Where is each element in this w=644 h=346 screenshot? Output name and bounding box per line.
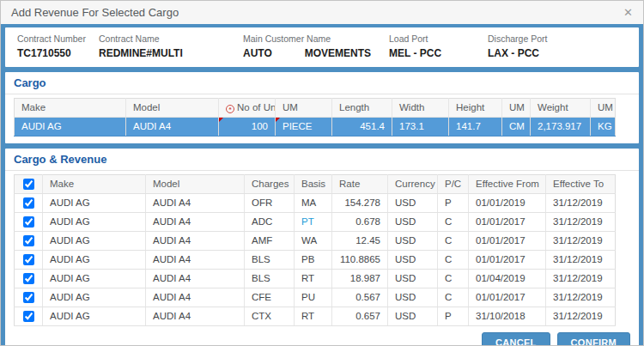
- cell-currency: USD: [388, 194, 438, 213]
- revenue-row: AUDI AGAUDI A4AMFWA12.45USDC01/01/201731…: [15, 232, 616, 251]
- cell-rate: 0.657: [332, 307, 388, 326]
- close-icon[interactable]: ✕: [623, 7, 633, 18]
- cell-um-unit: PIECE: [276, 118, 332, 137]
- col-um-dim: UM: [502, 99, 531, 118]
- row-select-cell: [15, 213, 43, 232]
- cell-rate: 12.45: [332, 232, 388, 251]
- cell-model: AUDI A4: [146, 270, 245, 288]
- cell-charges: BLS: [245, 251, 295, 270]
- confirm-button[interactable]: CONFIRM: [557, 332, 630, 345]
- cell-currency: USD: [388, 270, 438, 288]
- row-select-cell: [15, 288, 43, 307]
- col-width: Width: [392, 99, 449, 118]
- discharge-port-label: Discharge Port: [488, 33, 627, 44]
- cell-pc: C: [438, 232, 469, 251]
- dialog-titlebar: Add Revenue For Selected Cargo ✕: [1, 1, 643, 24]
- discharge-port-field: Discharge Port LAX - PCC: [488, 33, 627, 59]
- cell-um-dim: CM: [502, 118, 531, 137]
- col-weight: Weight: [531, 99, 591, 118]
- contract-name-label: Contract Name: [99, 33, 243, 44]
- row-select-cell: [15, 270, 43, 288]
- revenue-row: AUDI AGAUDI A4CTXRT0.657USDP31/10/201831…: [15, 307, 616, 326]
- row-select-checkbox[interactable]: [23, 197, 34, 209]
- cell-effective-to: 31/12/2019: [546, 213, 616, 232]
- load-port-value: MEL - PCC: [389, 47, 488, 59]
- cell-rate: 0.567: [332, 288, 388, 307]
- col-charges: Charges: [245, 175, 295, 194]
- cell-rate: 110.8865: [332, 251, 388, 270]
- revenue-section-title: Cargo & Revenue: [5, 149, 639, 171]
- cell-effective-to: 31/12/2019: [546, 270, 616, 288]
- cell-um-weight: KG: [591, 118, 616, 137]
- cell-effective-to: 31/12/2019: [546, 288, 616, 307]
- row-select-checkbox[interactable]: [23, 235, 34, 246]
- col-effective-from: Effective From: [469, 175, 546, 194]
- cell-basis: MA: [295, 194, 332, 213]
- cell-model: AUDI A4: [146, 307, 245, 326]
- cell-height: 141.7: [449, 118, 502, 137]
- cell-currency: USD: [388, 251, 438, 270]
- revenue-header-row: Make Model Charges Basis Rate Currency P…: [15, 175, 616, 194]
- row-select-checkbox[interactable]: [23, 216, 34, 228]
- load-port-label: Load Port: [389, 33, 488, 44]
- cell-effective-to: 31/12/2019: [546, 251, 616, 270]
- col-height: Height: [449, 99, 502, 118]
- cell-no-of-unit: 100: [219, 118, 276, 137]
- cell-rate: 18.987: [332, 270, 388, 288]
- main-customer-value-part1: AUTO: [243, 47, 272, 59]
- cell-effective-from: 01/01/2017: [469, 232, 546, 251]
- main-customer-value-part2: MOVEMENTS: [305, 47, 371, 59]
- cell-currency: USD: [388, 307, 438, 326]
- col-um-weight: UM: [591, 99, 616, 118]
- col-model: Model: [126, 99, 219, 118]
- row-select-checkbox[interactable]: [23, 311, 34, 322]
- revenue-row: AUDI AGAUDI A4ADCPT0.678USDC01/01/201731…: [15, 213, 616, 232]
- contract-info-panel: Contract Number TC1710550 Contract Name …: [5, 27, 639, 67]
- cell-pc: C: [438, 213, 469, 232]
- select-all-cell: [15, 175, 43, 194]
- cell-effective-from: 31/10/2018: [469, 307, 546, 326]
- revenue-table: Make Model Charges Basis Rate Currency P…: [14, 174, 616, 326]
- col-make: Make: [15, 99, 126, 118]
- cell-effective-from: 01/04/2019: [469, 270, 546, 288]
- col-rate: Rate: [332, 175, 388, 194]
- cell-charges: OFR: [245, 194, 295, 213]
- cell-charges: BLS: [245, 270, 295, 288]
- revenue-row: AUDI AGAUDI A4OFRMA154.278USDP01/01/2019…: [15, 194, 616, 213]
- footer-buttons: CANCEL CONFIRM: [14, 332, 630, 345]
- cell-make: AUDI AG: [43, 194, 146, 213]
- cancel-button[interactable]: CANCEL: [482, 332, 550, 345]
- cargo-section-title: Cargo: [5, 72, 639, 94]
- row-select-checkbox[interactable]: [23, 273, 34, 284]
- row-select-checkbox[interactable]: [23, 292, 34, 303]
- cell-basis: RT: [295, 307, 332, 326]
- cell-rate: 154.278: [332, 194, 388, 213]
- select-all-checkbox[interactable]: [23, 179, 34, 190]
- cargo-header-row: Make Model *No of Unit UM Length Width H…: [15, 99, 616, 118]
- cell-charges: ADC: [245, 213, 295, 232]
- cell-make: AUDI AG: [43, 270, 146, 288]
- cell-make: AUDI AG: [43, 288, 146, 307]
- dialog-title: Add Revenue For Selected Cargo: [11, 6, 179, 19]
- cell-effective-from: 01/01/2019: [469, 194, 546, 213]
- cell-weight: 2,173.917: [531, 118, 591, 137]
- contract-number-value: TC1710550: [17, 47, 99, 59]
- dialog-body: Contract Number TC1710550 Contract Name …: [1, 24, 643, 345]
- cargo-selected-row[interactable]: AUDI AG AUDI A4 100 PIECE 451.4 173.1 14…: [15, 118, 616, 137]
- cell-pc: C: [438, 270, 469, 288]
- col-pc: P/C: [438, 175, 469, 194]
- revenue-row: AUDI AGAUDI A4BLSRT18.987USDC01/04/20193…: [15, 270, 616, 288]
- cell-pc: C: [438, 288, 469, 307]
- cell-effective-from: 01/01/2017: [469, 288, 546, 307]
- revenue-table-wrap: Make Model Charges Basis Rate Currency P…: [14, 174, 630, 326]
- cell-model: AUDI A4: [146, 194, 245, 213]
- cell-pc: P: [438, 194, 469, 213]
- cell-rate: 0.678: [332, 213, 388, 232]
- cell-pc: P: [438, 307, 469, 326]
- cell-make: AUDI AG: [43, 232, 146, 251]
- cargo-table-wrap: Make Model *No of Unit UM Length Width H…: [14, 98, 630, 137]
- cell-model: AUDI A4: [146, 251, 245, 270]
- cell-model: AUDI A4: [146, 288, 245, 307]
- row-select-checkbox[interactable]: [23, 254, 34, 265]
- contract-number-label: Contract Number: [17, 33, 99, 44]
